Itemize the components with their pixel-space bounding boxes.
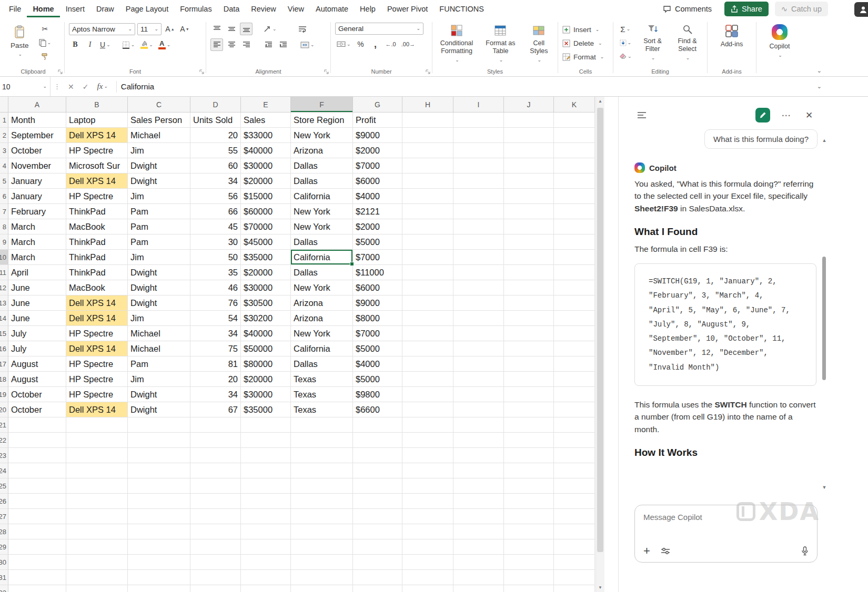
cell-F23[interactable] — [291, 448, 353, 463]
cell-D6[interactable]: 56 — [190, 189, 241, 204]
find-select-button[interactable]: Find & Select⌄ — [672, 23, 703, 62]
cell-J20[interactable] — [504, 402, 554, 417]
cell-D19[interactable]: 34 — [190, 387, 241, 402]
attach-plus-icon[interactable]: + — [643, 545, 650, 557]
row-header-18[interactable]: 18 — [0, 372, 8, 387]
cell-J22[interactable] — [504, 433, 554, 448]
align-bottom-button[interactable] — [240, 23, 253, 35]
number-format-select[interactable]: General⌄ — [335, 23, 423, 35]
cell-D26[interactable] — [190, 494, 241, 509]
cell-J12[interactable] — [504, 280, 554, 295]
cell-C2[interactable]: Michael — [128, 128, 190, 143]
cell-D24[interactable] — [190, 463, 241, 478]
cell-I22[interactable] — [453, 433, 504, 448]
cell-B6[interactable]: HP Spectre — [66, 189, 128, 204]
tab-formulas[interactable]: Formulas — [174, 1, 217, 17]
font-size-select[interactable]: 11⌄ — [137, 23, 162, 35]
format-cells-button[interactable]: Format⌄ — [562, 50, 609, 64]
cell-A23[interactable] — [8, 448, 66, 463]
cell-D4[interactable]: 60 — [190, 158, 241, 173]
borders-button[interactable]: ⌄ — [120, 38, 137, 51]
cell-F19[interactable]: Texas — [291, 387, 353, 402]
cell-I15[interactable] — [453, 326, 504, 341]
align-left-button[interactable] — [210, 38, 223, 51]
sort-filter-button[interactable]: Sort & Filter⌄ — [638, 23, 668, 62]
cell-B22[interactable] — [66, 433, 128, 448]
cell-I12[interactable] — [453, 280, 504, 295]
insert-function-button[interactable]: fx⌄ — [93, 82, 112, 91]
decrease-font-size-button[interactable]: A▼ — [178, 23, 191, 35]
row-header-21[interactable]: 21 — [0, 417, 8, 433]
cell-I28[interactable] — [453, 524, 504, 539]
column-header-A[interactable]: A — [8, 97, 66, 113]
cell-J21[interactable] — [504, 417, 554, 433]
cell-K22[interactable] — [554, 433, 595, 448]
cell-C3[interactable]: Jim — [128, 143, 190, 158]
row-header-6[interactable]: 6 — [0, 189, 8, 204]
cell-A24[interactable] — [8, 463, 66, 478]
cell-E29[interactable] — [241, 539, 291, 555]
cell-C32[interactable] — [128, 585, 190, 592]
cell-G13[interactable]: $9000 — [353, 295, 402, 311]
cell-E32[interactable] — [241, 585, 291, 592]
tab-data[interactable]: Data — [218, 1, 246, 17]
align-top-button[interactable] — [210, 23, 223, 35]
cell-I26[interactable] — [453, 494, 504, 509]
cell-G16[interactable]: $5000 — [353, 341, 402, 356]
cell-B18[interactable]: HP Spectre — [66, 372, 128, 387]
cell-G3[interactable]: $2000 — [353, 143, 402, 158]
row-header-31[interactable]: 31 — [0, 570, 8, 585]
copilot-message-input[interactable] — [643, 513, 809, 522]
cell-G14[interactable]: $8000 — [353, 311, 402, 326]
cell-H12[interactable] — [402, 280, 453, 295]
cell-I19[interactable] — [453, 387, 504, 402]
cell-B28[interactable] — [66, 524, 128, 539]
cell-E24[interactable] — [241, 463, 291, 478]
bold-button[interactable]: B — [69, 38, 82, 51]
tab-automate[interactable]: Automate — [310, 1, 354, 17]
cell-G12[interactable]: $6000 — [353, 280, 402, 295]
cell-D22[interactable] — [190, 433, 241, 448]
vertical-scrollbar[interactable]: ▲ ▼ — [596, 97, 604, 592]
cell-E18[interactable]: $20000 — [241, 372, 291, 387]
cell-J18[interactable] — [504, 372, 554, 387]
cell-I29[interactable] — [453, 539, 504, 555]
cell-H3[interactable] — [402, 143, 453, 158]
cell-D16[interactable]: 75 — [190, 341, 241, 356]
column-header-F[interactable]: F — [291, 97, 353, 113]
cell-E13[interactable]: $30500 — [241, 295, 291, 311]
cell-B7[interactable]: ThinkPad — [66, 204, 128, 219]
cell-K5[interactable] — [554, 173, 595, 189]
cell-A10[interactable]: March — [8, 250, 66, 265]
cell-K26[interactable] — [554, 494, 595, 509]
cell-F6[interactable]: California — [291, 189, 353, 204]
panel-scroll-up-icon[interactable]: ▲ — [822, 138, 827, 143]
fill-button[interactable]: ⌄ — [618, 36, 633, 49]
cell-H31[interactable] — [402, 570, 453, 585]
cell-C29[interactable] — [128, 539, 190, 555]
cell-E20[interactable]: $35000 — [241, 402, 291, 417]
cell-A14[interactable]: June — [8, 311, 66, 326]
decrease-indent-button[interactable] — [262, 38, 275, 51]
cell-H6[interactable] — [402, 189, 453, 204]
cell-H19[interactable] — [402, 387, 453, 402]
row-header-20[interactable]: 20 — [0, 402, 8, 417]
row-header-3[interactable]: 3 — [0, 143, 8, 158]
cell-H25[interactable] — [402, 478, 453, 494]
cell-H28[interactable] — [402, 524, 453, 539]
cell-B14[interactable]: Dell XPS 14 — [66, 311, 128, 326]
row-header-19[interactable]: 19 — [0, 387, 8, 402]
cell-B12[interactable]: MacBook — [66, 280, 128, 295]
cell-A2[interactable]: September — [8, 128, 66, 143]
cell-E27[interactable] — [241, 509, 291, 524]
cell-F24[interactable] — [291, 463, 353, 478]
formula-input[interactable]: California — [121, 82, 868, 91]
cell-B30[interactable] — [66, 555, 128, 570]
cell-C16[interactable]: Michael — [128, 341, 190, 356]
cell-F25[interactable] — [291, 478, 353, 494]
alignment-dialog-launcher[interactable] — [324, 69, 329, 74]
cell-A20[interactable]: October — [8, 402, 66, 417]
cell-D32[interactable] — [190, 585, 241, 592]
cell-B20[interactable]: Dell XPS 14 — [66, 402, 128, 417]
row-header-28[interactable]: 28 — [0, 524, 8, 539]
